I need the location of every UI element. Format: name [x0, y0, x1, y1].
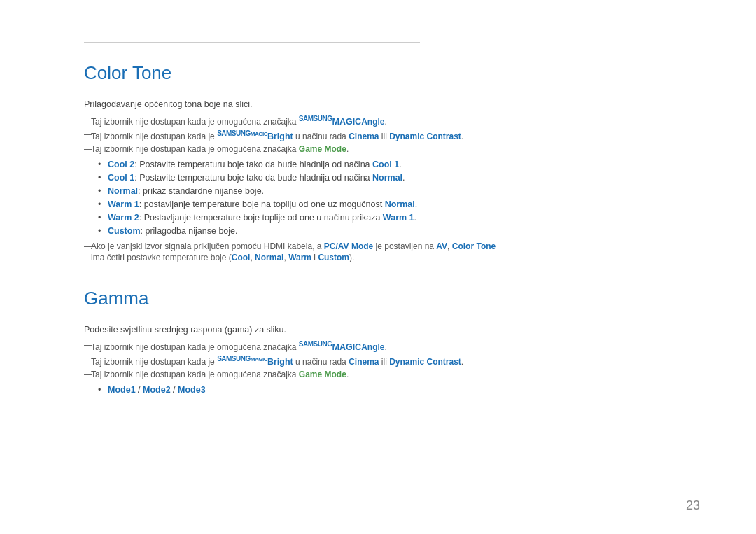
dynamic-contrast-link-1: Dynamic Contrast	[389, 132, 461, 141]
color-tone-extra-note: Ako je vanjski izvor signala priključen …	[84, 241, 672, 262]
page-number: 23	[686, 498, 700, 513]
color-tone-bullets: Cool 2: Postavite temperaturu boje tako …	[98, 160, 672, 236]
magic-angle-1: MAGIC	[332, 117, 361, 127]
gamma-intro: Podesite svjetlinu srednjeg raspona (gam…	[84, 325, 672, 335]
color-tone-note-3: Taj izbornik nije dostupan kada je omogu…	[84, 144, 672, 154]
angle-link-1: Angle	[361, 117, 384, 127]
bullet-cool1: Cool 1: Postavite temperaturu boje tako …	[98, 173, 672, 183]
color-tone-note-1: Taj izbornik nije dostupan kada je omogu…	[84, 115, 672, 127]
top-rule	[84, 42, 420, 43]
bullet-custom: Custom: prilagodba nijanse boje.	[98, 226, 672, 236]
samsung-brand-1: SAMSUNG	[299, 115, 332, 122]
cinema-link-1: Cinema	[349, 132, 379, 141]
dynamic-contrast-link-g1: Dynamic Contrast	[389, 357, 461, 367]
gamma-note-2: Taj izbornik nije dostupan kada je SAMSU…	[84, 355, 672, 367]
angle-link-g1: Angle	[361, 342, 384, 352]
bullet-warm1: Warm 1: postavljanje temperature boje na…	[98, 199, 672, 209]
game-mode-link-1: Game Mode	[299, 144, 346, 154]
magic-bright-g2: Bright	[267, 357, 293, 367]
gamma-note-1: Taj izbornik nije dostupan kada je omogu…	[84, 340, 672, 352]
cinema-link-g1: Cinema	[349, 357, 379, 367]
color-tone-intro: Prilagođavanje općenitog tona boje na sl…	[84, 99, 672, 109]
game-mode-link-g1: Game Mode	[299, 370, 346, 379]
samsung-brand-g2: SAMSUNG	[217, 355, 251, 363]
color-tone-title: Color Tone	[84, 62, 672, 84]
gamma-note-3: Taj izbornik nije dostupan kada je omogu…	[84, 370, 672, 379]
gamma-bullets: Mode1 / Mode2 / Mode3	[98, 385, 672, 395]
samsung-brand-2: SAMSUNG	[217, 129, 251, 137]
magic-bright-2: Bright	[267, 132, 293, 141]
bullet-warm2: Warm 2: Postavljanje temperature boje to…	[98, 213, 672, 223]
gamma-title: Gamma	[84, 288, 672, 309]
bullet-modes: Mode1 / Mode2 / Mode3	[98, 385, 672, 395]
color-tone-note-2: Taj izbornik nije dostupan kada je SAMSU…	[84, 129, 672, 141]
bullet-normal: Normal: prikaz standardne nijanse boje.	[98, 186, 672, 196]
magic-angle-g1: MAGIC	[332, 342, 361, 352]
bullet-cool2: Cool 2: Postavite temperaturu boje tako …	[98, 160, 672, 169]
samsung-brand-g1: SAMSUNG	[299, 340, 332, 348]
